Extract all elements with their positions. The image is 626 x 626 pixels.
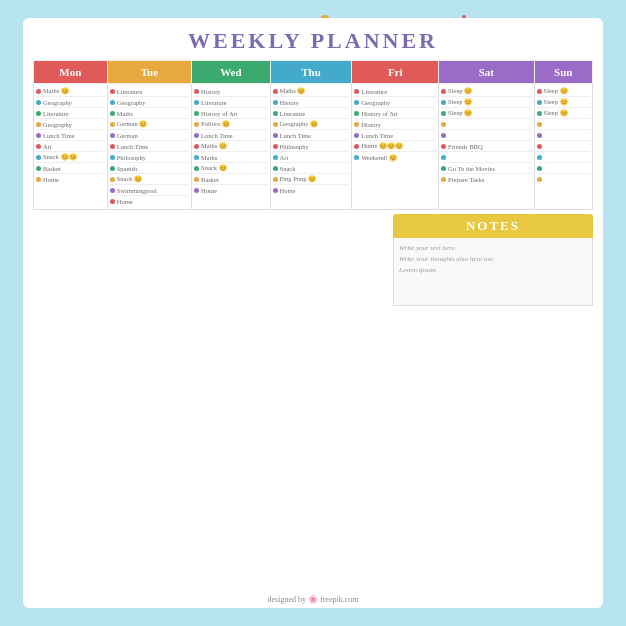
list-item: Ping Pong 😊 — [273, 174, 350, 185]
item-dot — [273, 111, 278, 116]
item-text: Friends BBQ — [448, 143, 483, 150]
item-text: Home — [280, 187, 296, 194]
day-header-fri: Fri — [352, 61, 439, 84]
list-item: Home 😊😊😊 — [354, 141, 436, 152]
item-dot — [36, 133, 41, 138]
notes-line: Write your thoughts also here too. — [399, 254, 587, 265]
item-dot — [273, 177, 278, 182]
item-text: Art — [280, 154, 289, 161]
day-header-thu: Thu — [270, 61, 352, 84]
day-cell-mon: Maths 😊GeographyLiteratureGeographyLunch… — [34, 84, 108, 210]
item-dot — [273, 122, 278, 127]
item-dot — [36, 144, 41, 149]
item-text: Snack — [280, 165, 296, 172]
item-text: Basket — [201, 176, 219, 183]
list-item: Literature — [273, 108, 350, 119]
item-dot — [441, 122, 446, 127]
item-dot — [194, 122, 199, 127]
list-item: Snack 😊 — [110, 174, 189, 185]
item-dot — [36, 155, 41, 160]
list-item — [441, 152, 531, 163]
item-dot — [194, 155, 199, 160]
item-dot — [110, 122, 115, 127]
item-dot — [110, 144, 115, 149]
item-dot — [36, 89, 41, 94]
item-text: Philosophy — [280, 143, 309, 150]
list-item: History — [354, 119, 436, 130]
item-text: Politics 😊 — [201, 120, 230, 128]
item-dot — [110, 89, 115, 94]
item-dot — [537, 100, 542, 105]
day-header-mon: Mon — [34, 61, 108, 84]
list-item: History — [273, 97, 350, 108]
list-item: Lunch Time — [110, 141, 189, 152]
item-text: Geography — [117, 99, 146, 106]
item-dot — [36, 122, 41, 127]
item-text: Geography 😊 — [280, 120, 319, 128]
list-item: Sleep 😊 — [537, 86, 590, 97]
item-text: History of Art — [201, 110, 237, 117]
list-item: History of Art — [354, 108, 436, 119]
item-text: Home — [201, 187, 217, 194]
list-item: Art — [36, 141, 105, 152]
item-text: Sleep 😊 — [448, 87, 472, 95]
list-item: Swimmingpool — [110, 185, 189, 196]
item-text: History — [280, 99, 300, 106]
item-dot — [441, 155, 446, 160]
item-dot — [354, 133, 359, 138]
list-item: Maths 😊 — [36, 86, 105, 97]
list-item: Lunch Time — [273, 130, 350, 141]
item-dot — [110, 155, 115, 160]
item-dot — [273, 89, 278, 94]
list-item: Philosophy — [273, 141, 350, 152]
bottom-section: NOTES Write your text here.Write your th… — [33, 214, 593, 304]
day-cell-fri: LiteratureGeographyHistory of ArtHistory… — [352, 84, 439, 210]
list-item — [441, 119, 531, 130]
item-text: Weekend! 😊 — [361, 154, 397, 162]
item-dot — [537, 166, 542, 171]
item-dot — [354, 89, 359, 94]
item-dot — [354, 111, 359, 116]
page-title: WEEKLY PLANNER — [33, 28, 593, 54]
item-dot — [537, 111, 542, 116]
item-dot — [273, 144, 278, 149]
item-dot — [537, 133, 542, 138]
list-item: Sleep 😊 — [537, 108, 590, 119]
list-item: History of Art — [194, 108, 268, 119]
item-dot — [110, 111, 115, 116]
item-dot — [110, 166, 115, 171]
list-item: Maths 😊 — [194, 141, 268, 152]
item-text: Art — [43, 143, 52, 150]
item-text: Literature — [117, 88, 143, 95]
list-item: Sleep 😊 — [441, 97, 531, 108]
item-text: Geography — [43, 121, 72, 128]
item-text: Go To the Movies — [448, 165, 495, 172]
item-text: Ping Pong 😊 — [280, 175, 317, 183]
item-text: Swimmingpool — [117, 187, 157, 194]
item-text: Sleep 😊 — [448, 98, 472, 106]
list-item — [537, 141, 590, 152]
list-item: Literature — [36, 108, 105, 119]
day-header-tue: Tue — [107, 61, 191, 84]
day-cell-wed: HistoryLiteratureHistory of ArtPolitics … — [192, 84, 271, 210]
item-text: Maths — [117, 110, 133, 117]
list-item: Art — [273, 152, 350, 163]
item-dot — [441, 100, 446, 105]
item-dot — [441, 166, 446, 171]
item-text: Lunch Time — [201, 132, 233, 139]
watermark: designed by 🌸 freepik.com — [268, 595, 359, 604]
item-text: Maths — [201, 154, 217, 161]
list-item: Spanish — [110, 163, 189, 174]
item-text: Home 😊😊😊 — [361, 142, 403, 150]
item-dot — [194, 144, 199, 149]
item-text: Home — [43, 176, 59, 183]
item-text: Geography — [43, 99, 72, 106]
item-dot — [110, 177, 115, 182]
day-cell-sun: Sleep 😊Sleep 😊Sleep 😊 — [534, 84, 592, 210]
list-item — [537, 119, 590, 130]
planner-table: MonTueWedThuFriSatSun Maths 😊GeographyLi… — [33, 60, 593, 210]
item-text: Sleep 😊 — [544, 109, 568, 117]
item-dot — [441, 111, 446, 116]
notes-header: NOTES — [393, 214, 593, 238]
item-dot — [441, 177, 446, 182]
